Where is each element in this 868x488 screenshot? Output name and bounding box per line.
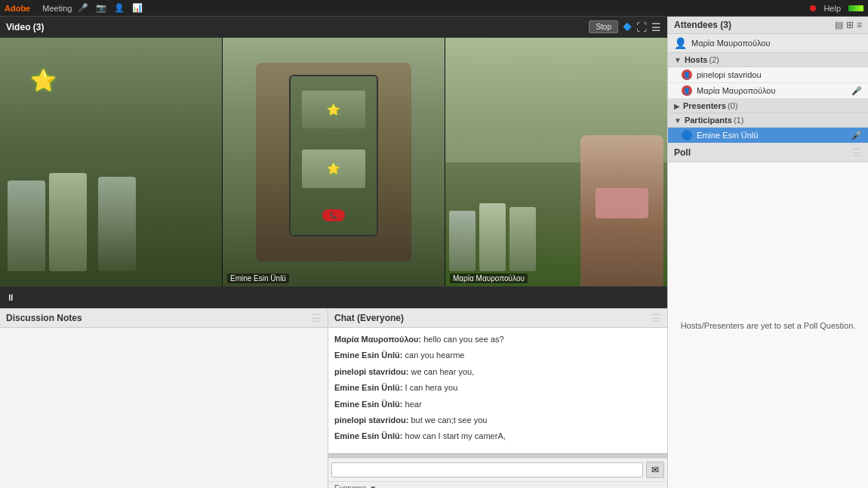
recording-dot xyxy=(810,5,816,11)
notes-menu-button[interactable]: ☰ xyxy=(312,312,322,324)
chat-message: pinelopi stavridou: but we can;t see you xyxy=(334,415,661,426)
message-text: how can I start my camerA, xyxy=(405,431,506,440)
message-text: can you hearme xyxy=(405,351,465,360)
presenters-label: Presenters xyxy=(683,101,726,110)
message-sender: Μαρία Μαυροπούλου: xyxy=(334,335,421,344)
chat-send-button[interactable]: ✉ xyxy=(646,462,664,478)
chat-message: Emine Esin Ünlü: how can I start my came… xyxy=(334,431,661,442)
host-avatar-2: 👤 xyxy=(682,85,692,96)
poll-part: Poll ☰ Hosts/Presenters are yet to set a… xyxy=(668,144,868,488)
presenters-count: (0) xyxy=(728,101,737,110)
chat-header: Chat (Everyone) ☰ xyxy=(328,309,667,328)
video-grid: ⭐ ⭐ xyxy=(0,38,667,286)
content-area: Video (3) Stop 🔷 ⛶ ☰ xyxy=(0,17,667,488)
attendees-part: Attendees (3) ▤ ⊞ ≡ 👤 Μαρία Μαυροπούλου … xyxy=(668,17,868,144)
message-text: we can hear you, xyxy=(411,367,474,376)
hosts-arrow-icon: ▼ xyxy=(674,56,682,64)
hosts-label: Hosts xyxy=(685,55,708,64)
attendees-list-icon[interactable]: ▤ xyxy=(835,20,843,30)
chat-panel: Chat (Everyone) ☰ Μαρία Μαυροπούλου: hel… xyxy=(328,308,667,488)
camera-icon[interactable]: 📷 xyxy=(96,3,106,13)
chat-message: Emine Esin Ünlü: I can hera you xyxy=(334,382,661,394)
message-sender: pinelopi stavridou: xyxy=(334,367,408,376)
host-name-2: Μαρία Μαυροπούλου xyxy=(697,86,847,95)
participant-avatar-1: 👤 xyxy=(682,130,692,141)
meeting-label: Meeting xyxy=(42,4,72,13)
top-bar: Adobe Meeting 🎤 📷 👤 📊 Help xyxy=(0,0,868,17)
participants-section-header[interactable]: ▼ Participants (1) xyxy=(668,113,868,128)
video-tile-1: ⭐ xyxy=(0,38,223,286)
poll-title: Poll xyxy=(674,147,691,158)
chat-input[interactable] xyxy=(331,462,643,477)
expand-button[interactable]: ⛶ xyxy=(636,21,647,33)
presenters-section-header[interactable]: ▶ Presenters (0) xyxy=(668,99,868,113)
stop-button[interactable]: Stop xyxy=(589,20,618,33)
hosts-section-header[interactable]: ▼ Hosts (2) xyxy=(668,53,868,67)
person-icon[interactable]: 👤 xyxy=(114,3,125,13)
discussion-notes-panel: Discussion Notes ☰ xyxy=(0,308,328,488)
everyone-label: Everyone xyxy=(334,484,366,488)
message-sender: pinelopi stavridou: xyxy=(334,415,408,425)
video-tile-2: ⭐ ⭐ 📞 xyxy=(223,38,445,286)
message-text: hello can you see as? xyxy=(423,335,503,344)
dropdown-arrow: ▼ xyxy=(369,484,377,488)
chat-menu-button[interactable]: ☰ xyxy=(651,312,661,324)
attendees-header: Attendees (3) ▤ ⊞ ≡ xyxy=(668,17,868,34)
chat-message: pinelopi stavridou: we can hear you, xyxy=(334,366,661,378)
notes-body xyxy=(0,328,328,488)
signal-bar xyxy=(848,5,863,11)
mic-icon[interactable]: 🎤 xyxy=(78,3,88,13)
notes-title: Discussion Notes xyxy=(6,313,82,323)
video-menu-button[interactable]: ☰ xyxy=(651,21,661,33)
pause-button[interactable]: ⏸ xyxy=(6,292,15,303)
video-header: Video (3) Stop 🔷 ⛶ ☰ xyxy=(0,17,667,38)
participant-name-1: Emine Esin Ünlü xyxy=(697,131,847,140)
hosts-count: (2) xyxy=(709,55,719,64)
host-row-2: 👤 Μαρία Μαυροπούλου 🎤 xyxy=(668,83,868,99)
main-layout: Video (3) Stop 🔷 ⛶ ☰ xyxy=(0,17,868,488)
chat-message: Μαρία Μαυροπούλου: hello can you see as? xyxy=(334,334,661,345)
chat-message: Emine Esin Ünlü: can you hearme xyxy=(334,350,661,361)
help-label[interactable]: Help xyxy=(823,4,841,13)
host-mic-icon-2: 🎤 xyxy=(851,86,862,96)
message-text: I can hera you xyxy=(405,383,458,392)
notes-header: Discussion Notes ☰ xyxy=(0,309,328,328)
presenters-arrow-icon: ▶ xyxy=(674,102,680,110)
right-panel-inner: Attendees (3) ▤ ⊞ ≡ 👤 Μαρία Μαυροπούλου … xyxy=(668,17,868,488)
participants-label: Participants xyxy=(685,116,732,125)
attendees-title: Attendees (3) xyxy=(674,20,731,30)
chat-title: Chat (Everyone) xyxy=(334,313,404,323)
video-tile-3: Μαρία Μαυροπούλου xyxy=(445,38,667,286)
video-bottom-bar: ⏸ xyxy=(0,286,667,307)
participants-count: (1) xyxy=(734,116,743,125)
star-overlay-1: ⭐ xyxy=(30,68,57,93)
right-panel: Attendees (3) ▤ ⊞ ≡ 👤 Μαρία Μαυροπούλου … xyxy=(667,17,868,488)
top-icons: 🎤 📷 👤 📊 xyxy=(78,3,143,13)
chat-input-area: ✉ xyxy=(328,458,667,481)
poll-empty-message: Hosts/Presenters are yet to set a Poll Q… xyxy=(681,321,856,330)
message-sender: Emine Esin Ünlü: xyxy=(334,351,402,360)
message-sender: Emine Esin Ünlü: xyxy=(334,383,402,392)
poll-body: Hosts/Presenters are yet to set a Poll Q… xyxy=(668,162,868,488)
message-text: hear xyxy=(405,400,422,409)
poll-menu-button[interactable]: ☰ xyxy=(852,147,862,159)
poll-header: Poll ☰ xyxy=(668,144,868,162)
participants-arrow-icon: ▼ xyxy=(674,116,682,125)
video-title: Video (3) xyxy=(6,22,44,32)
video-name-2: Emine Esin Ünlü xyxy=(227,273,289,283)
participant-row-1[interactable]: 👤 Emine Esin Ünlü 🎤 xyxy=(668,128,868,144)
bottom-area: Discussion Notes ☰ Chat (Everyone) ☰ Μαρ… xyxy=(0,308,667,488)
chat-footer: Everyone ▼ xyxy=(328,481,667,488)
message-sender: Emine Esin Ünlü: xyxy=(334,431,402,440)
video-section: Video (3) Stop 🔷 ⛶ ☰ xyxy=(0,17,667,308)
attendees-menu-icon[interactable]: ≡ xyxy=(857,20,862,30)
presenter-avatar-icon: 👤 xyxy=(674,37,687,49)
host-row-1: 👤 pinelopi stavridou xyxy=(668,67,868,83)
host-name-1: pinelopi stavridou xyxy=(697,70,862,79)
share-icon[interactable]: 📊 xyxy=(132,3,143,13)
adobe-logo: Adobe xyxy=(5,4,30,13)
chat-message: Emine Esin Ünlü: hear xyxy=(334,399,661,410)
presenter-name: Μαρία Μαυροπούλου xyxy=(691,39,770,48)
host-avatar-1: 👤 xyxy=(682,69,692,80)
attendees-grid-icon[interactable]: ⊞ xyxy=(846,20,854,30)
